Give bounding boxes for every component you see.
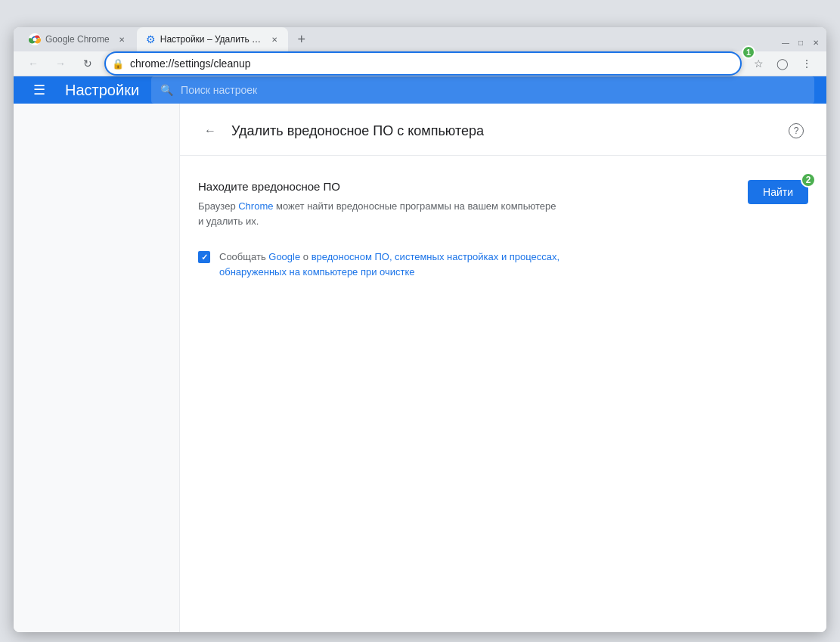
forward-navigation-button[interactable]: →	[50, 53, 71, 74]
chrome-link[interactable]: Chrome	[238, 200, 273, 212]
tab-2-label: Настройки – Удалить вреднос...	[160, 34, 264, 45]
search-bar[interactable]: 🔍	[151, 76, 814, 104]
window-controls: — □ ✕	[781, 38, 820, 51]
profile-button[interactable]: ◯	[772, 53, 793, 74]
menu-button[interactable]: ⋮	[796, 53, 817, 74]
help-button[interactable]: ?	[784, 119, 808, 143]
settings-menu-icon-button[interactable]: ☰	[26, 76, 53, 104]
content-back-button[interactable]: ←	[198, 119, 222, 143]
tab-1-label: Google Chrome	[45, 34, 110, 45]
chrome-favicon-icon	[29, 33, 41, 45]
find-button-wrapper: Найти 2	[730, 180, 808, 204]
report-checkbox[interactable]: ✓	[198, 251, 210, 263]
maximize-button[interactable]: □	[796, 38, 805, 47]
tabs-area: Google Chrome ✕ ⚙ Настройки – Удалить вр…	[20, 27, 781, 51]
back-navigation-button[interactable]: ←	[23, 53, 44, 74]
address-lock-icon: 🔒	[112, 58, 124, 70]
help-icon: ?	[789, 123, 804, 138]
report-checkbox-row: ✓ Сообщать Google о вредоносном ПО, сист…	[198, 250, 808, 279]
tab-settings[interactable]: ⚙ Настройки – Удалить вреднос... ✕	[137, 27, 288, 51]
close-button[interactable]: ✕	[811, 38, 820, 47]
checkbox-label-text: Сообщать Google о вредоносном ПО, систем…	[219, 250, 597, 279]
settings-title: Настройки	[65, 82, 139, 99]
section-description: Браузер Chrome может найти вредоносные п…	[198, 199, 561, 228]
minimize-button[interactable]: —	[781, 38, 790, 47]
page-title: Удалить вредоносное ПО с компьютера	[231, 123, 484, 139]
content-body: Находите вредоносное ПО Браузер Chrome м…	[180, 156, 826, 303]
svg-point-2	[33, 38, 37, 42]
toolbar-actions: ☆ ◯ ⋮	[748, 53, 817, 74]
tab-2-close-button[interactable]: ✕	[269, 33, 278, 45]
settings-container: ← Удалить вредоносное ПО с компьютера ? …	[14, 104, 826, 632]
find-malware-text: Находите вредоносное ПО Браузер Chrome м…	[198, 180, 561, 228]
checkmark-icon: ✓	[201, 253, 208, 262]
find-button-badge: 2	[801, 172, 816, 188]
search-settings-input[interactable]	[181, 84, 805, 96]
hamburger-icon: ☰	[33, 82, 45, 98]
search-icon: 🔍	[160, 84, 173, 96]
content-header: ← Удалить вредоносное ПО с компьютера ?	[180, 104, 826, 156]
main-content: ← Удалить вредоносное ПО с компьютера ? …	[180, 104, 826, 632]
reload-button[interactable]: ↻	[77, 53, 98, 74]
settings-header: ☰ Настройки 🔍	[14, 76, 826, 104]
address-badge: 1	[742, 45, 755, 59]
tab-1-close-button[interactable]: ✕	[116, 33, 128, 45]
section-heading: Находите вредоносное ПО	[198, 180, 561, 193]
tab-google-chrome[interactable]: Google Chrome ✕	[20, 27, 137, 51]
google-link[interactable]: Google	[268, 251, 300, 262]
toolbar: ← → ↻ 🔒 1 ☆ ◯ ⋮	[14, 51, 826, 76]
address-input[interactable]	[104, 51, 742, 76]
find-malware-section: Находите вредоносное ПО Браузер Chrome м…	[198, 180, 808, 228]
content-header-left: ← Удалить вредоносное ПО с компьютера	[198, 119, 484, 143]
settings-favicon-icon: ⚙	[146, 33, 156, 45]
title-bar: Google Chrome ✕ ⚙ Настройки – Удалить вр…	[14, 27, 826, 51]
sidebar	[14, 104, 180, 632]
address-bar-container: 🔒 1	[104, 51, 742, 76]
new-tab-button[interactable]: +	[291, 29, 312, 50]
find-malware-button[interactable]: Найти	[748, 180, 808, 204]
